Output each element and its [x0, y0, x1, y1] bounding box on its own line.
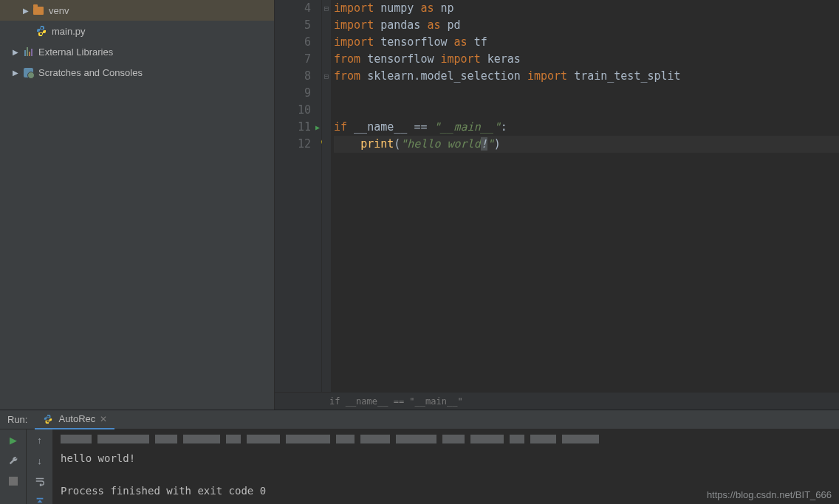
console-line: hello world!	[61, 450, 832, 466]
tree-item-label: External Libraries	[38, 46, 113, 58]
python-file-icon	[35, 25, 47, 37]
project-tree[interactable]: ▶ venv main.py ▶ External Libraries ▶ Sc…	[0, 0, 274, 410]
libraries-icon	[22, 46, 34, 58]
wrench-icon[interactable]	[7, 455, 19, 466]
run-tool-window[interactable]: Run: AutoRec ✕ ▶ ↑ ↓	[0, 410, 839, 504]
python-file-icon	[42, 413, 54, 425]
line-number[interactable]: 4	[275, 0, 311, 17]
line-number[interactable]: 9	[275, 85, 311, 102]
code-area[interactable]: import numpy as np import pandas as pd i…	[331, 0, 839, 392]
console-line-redacted	[61, 434, 832, 444]
line-number[interactable]: 6	[275, 34, 311, 51]
line-number[interactable]: 5	[275, 17, 311, 34]
scroll-to-end-icon[interactable]	[34, 496, 46, 504]
scratches-icon	[22, 66, 34, 78]
up-arrow-icon[interactable]: ↑	[34, 434, 46, 446]
gutter[interactable]: 4 5 6 7 8 9 10 11▶ 12💡	[275, 0, 322, 392]
tree-item-venv[interactable]: ▶ venv	[0, 0, 274, 21]
breadcrumb-text: if __name__ == "__main__"	[329, 396, 463, 407]
line-number[interactable]: 7	[275, 51, 311, 68]
fold-icon[interactable]: ⊟	[322, 68, 331, 85]
run-label: Run:	[0, 414, 35, 425]
breadcrumb[interactable]: if __name__ == "__main__"	[275, 392, 839, 410]
tree-item-label: Scratches and Consoles	[38, 67, 143, 78]
run-gutter-icon[interactable]: ▶	[315, 119, 320, 136]
tree-item-main-py[interactable]: main.py	[0, 21, 274, 41]
run-toolbar-left: ▶	[0, 429, 27, 504]
run-tab-label: AutoRec	[58, 413, 95, 424]
tree-item-external-libraries[interactable]: ▶ External Libraries	[0, 41, 274, 62]
console-output[interactable]: hello world! Process finished with exit …	[53, 429, 839, 504]
chevron-right-icon: ▶	[21, 7, 31, 15]
stop-icon[interactable]	[7, 475, 19, 487]
run-toolbar-right: ↑ ↓	[27, 429, 53, 504]
chevron-right-icon: ▶	[10, 69, 21, 77]
soft-wrap-icon[interactable]	[34, 475, 46, 487]
line-number[interactable]: 11▶	[275, 119, 311, 136]
line-number[interactable]: 12💡	[275, 136, 311, 153]
watermark: https://blog.csdn.net/BIT_666	[707, 487, 832, 503]
folder-icon	[32, 4, 44, 16]
tree-item-label: venv	[49, 5, 69, 16]
run-tab[interactable]: AutoRec ✕	[35, 410, 114, 429]
line-number[interactable]: 8	[275, 68, 311, 85]
chevron-right-icon: ▶	[10, 48, 21, 56]
line-number[interactable]: 10	[275, 102, 311, 119]
run-header: Run: AutoRec ✕	[0, 410, 839, 429]
down-arrow-icon[interactable]: ↓	[34, 455, 46, 466]
tree-item-scratches[interactable]: ▶ Scratches and Consoles	[0, 62, 274, 83]
code-editor[interactable]: 4 5 6 7 8 9 10 11▶ 12💡 ⊟ ⊟ import numpy …	[275, 0, 839, 392]
fold-icon[interactable]: ⊟	[322, 0, 331, 17]
rerun-icon[interactable]: ▶	[7, 434, 19, 446]
fold-column[interactable]: ⊟ ⊟	[322, 0, 331, 392]
project-sidebar[interactable]: ▶ venv main.py ▶ External Libraries ▶ Sc…	[0, 0, 275, 410]
tree-item-label: main.py	[52, 26, 86, 37]
close-icon[interactable]: ✕	[100, 414, 107, 424]
